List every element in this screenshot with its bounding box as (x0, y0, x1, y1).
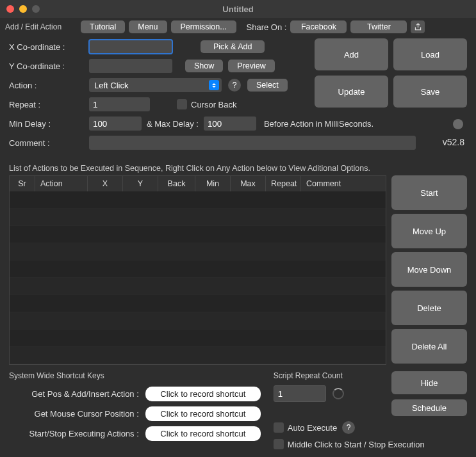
preview-button[interactable]: Preview (228, 60, 274, 72)
table-row[interactable] (10, 191, 386, 209)
add-button[interactable]: Add (315, 38, 388, 70)
cursor-back-checkbox[interactable] (177, 99, 187, 109)
delete-all-button[interactable]: Delete All (391, 329, 467, 364)
comment-label: Comment : (9, 138, 89, 148)
version-label: v52.8 (443, 137, 464, 147)
table-row[interactable] (10, 278, 386, 295)
shortcut-title: System Wide Shortcut Keys (9, 371, 261, 380)
twitter-button[interactable]: Twitter (350, 20, 407, 33)
table-row[interactable] (10, 209, 386, 226)
min-delay-label: Min Delay : (9, 119, 89, 129)
menubar: Add / Edit Action Tutorial Menu Permissi… (0, 18, 476, 36)
menu-button[interactable]: Menu (129, 20, 167, 33)
delete-button[interactable]: Delete (391, 291, 467, 325)
min-delay-input[interactable] (89, 116, 142, 131)
auto-execute-label: Auto Execute (288, 423, 337, 433)
auto-execute-checkbox[interactable] (274, 422, 284, 433)
share-on-label: Share On : (247, 22, 287, 32)
section-label: Add / Edit Action (5, 22, 62, 31)
schedule-button[interactable]: Schedule (391, 399, 467, 416)
permission-button[interactable]: Permission... (171, 20, 236, 33)
x-coord-input[interactable] (89, 40, 172, 54)
middle-click-checkbox[interactable] (274, 439, 284, 449)
load-button[interactable]: Load (393, 38, 467, 70)
actions-table[interactable]: Sr Action X Y Back Min Max Repeat Commen… (9, 175, 386, 365)
col-x[interactable]: X (88, 176, 123, 191)
select-button[interactable]: Select (247, 79, 288, 92)
col-y[interactable]: Y (123, 176, 158, 191)
chevron-updown-icon (209, 80, 219, 90)
table-row[interactable] (10, 312, 386, 330)
table-row[interactable] (10, 347, 386, 364)
table-row[interactable] (10, 243, 386, 261)
comment-input[interactable] (89, 136, 416, 150)
window-title: Untitled (0, 4, 476, 14)
window-close-button[interactable] (6, 5, 14, 13)
record-start-stop-button[interactable]: Click to record shortcut (145, 426, 261, 441)
spinner-icon (332, 388, 344, 399)
repeat-input[interactable] (89, 97, 150, 111)
y-coord-label: Y Co-ordinate : (9, 61, 89, 71)
facebook-button[interactable]: Facebook (290, 20, 347, 33)
window-zoom-button (32, 5, 40, 13)
list-caption: List of Actions to be Executed in Sequen… (0, 160, 476, 175)
y-coord-input[interactable] (89, 59, 172, 73)
show-button[interactable]: Show (185, 60, 223, 72)
table-row[interactable] (10, 261, 386, 278)
action-help-button[interactable]: ? (228, 79, 241, 92)
table-row[interactable] (10, 330, 386, 347)
table-row[interactable] (10, 295, 386, 312)
max-delay-input[interactable] (204, 116, 256, 131)
col-max[interactable]: Max (231, 176, 266, 191)
col-action[interactable]: Action (35, 176, 88, 191)
window-minimize-button[interactable] (19, 5, 27, 13)
titlebar: Untitled (0, 0, 476, 18)
col-min[interactable]: Min (195, 176, 231, 191)
tutorial-button[interactable]: Tutorial (81, 20, 125, 33)
col-back[interactable]: Back (158, 176, 195, 191)
record-get-pos-button[interactable]: Click to record shortcut (145, 387, 261, 401)
before-action-text: Before Action in MilliSeconds. (264, 119, 373, 129)
share-icon[interactable] (411, 20, 425, 33)
x-coord-label: X Co-ordinate : (9, 42, 89, 52)
action-select[interactable]: Left Click (89, 78, 222, 92)
col-repeat[interactable]: Repeat (266, 176, 301, 191)
script-repeat-title: Script Repeat Count (274, 371, 344, 380)
max-delay-label: & Max Delay : (147, 119, 199, 129)
update-button[interactable]: Update (315, 76, 388, 108)
script-repeat-input[interactable] (274, 385, 326, 402)
start-button[interactable]: Start (391, 175, 467, 210)
hide-button[interactable]: Hide (391, 371, 467, 394)
start-stop-label: Start/Stop Executing Actions : (9, 429, 145, 438)
table-row[interactable] (10, 226, 386, 243)
col-sr[interactable]: Sr (10, 176, 35, 191)
action-label: Action : (9, 81, 89, 90)
cursor-back-label: Cursor Back (191, 100, 237, 109)
repeat-label: Repeat : (9, 100, 89, 109)
move-down-button[interactable]: Move Down (391, 252, 467, 287)
auto-execute-help-button[interactable]: ? (342, 421, 355, 434)
middle-click-label: Middle Click to Start / Stop Execution (288, 440, 425, 449)
move-up-button[interactable]: Move Up (391, 214, 467, 248)
status-indicator (453, 119, 463, 129)
save-button[interactable]: Save (393, 76, 467, 108)
get-mouse-label: Get Mouse Cursor Position : (9, 409, 145, 419)
get-pos-label: Get Pos & Add/Insert Action : (9, 389, 145, 399)
pick-add-button[interactable]: Pick & Add (201, 40, 265, 53)
col-comment[interactable]: Comment (301, 176, 386, 191)
record-get-mouse-button[interactable]: Click to record shortcut (145, 406, 261, 421)
